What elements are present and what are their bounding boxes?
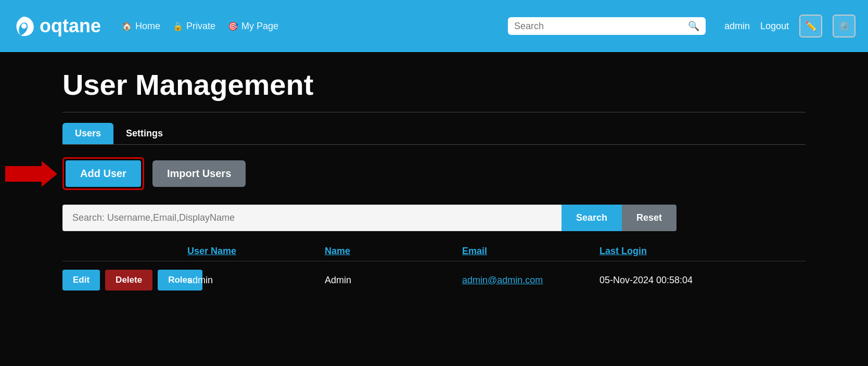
lock-icon: 🔒 [173,21,183,31]
add-user-button[interactable]: Add User [66,160,141,187]
row-actions: Edit Delete Roles [62,270,187,291]
th-email[interactable]: Email [462,246,599,257]
svg-point-0 [21,23,27,29]
tabs-container: Users Settings [62,123,806,145]
add-user-button-wrapper: Add User [62,157,144,190]
brand-link[interactable]: oqtane [12,15,101,37]
tab-settings[interactable]: Settings [113,123,175,144]
svg-marker-1 [5,161,57,187]
search-bar-button[interactable]: Search [561,205,622,231]
edit-page-button[interactable]: ✏️ [799,15,822,37]
page-title: User Management [62,68,806,102]
td-last-login: 05-Nov-2024 00:58:04 [599,275,806,286]
th-name[interactable]: Name [325,246,462,257]
edit-button[interactable]: Edit [62,270,100,291]
divider [62,112,806,112]
navbar-search-container: 🔍 [508,17,706,35]
navbar-right: admin Logout ✏️ ⚙️ [724,15,856,37]
main-content: User Management Users Settings Add User … [0,52,868,366]
target-icon: 🎯 [228,21,238,31]
th-username[interactable]: User Name [187,246,325,257]
navbar-search-input[interactable] [514,21,684,32]
nav-home-label: Home [135,21,160,32]
table-header-row: User Name Name Email Last Login [62,246,806,261]
brand-name: oqtane [40,15,101,37]
pencil-icon: ✏️ [805,20,816,32]
nav-private[interactable]: 🔒 Private [173,21,215,32]
import-users-button[interactable]: Import Users [152,160,246,187]
user-search-input[interactable] [62,205,561,231]
home-icon: 🏠 [122,21,132,31]
tab-users[interactable]: Users [62,123,113,144]
table-row: Edit Delete Roles admin Admin admin@admi… [62,270,806,291]
navbar: oqtane 🏠 Home 🔒 Private 🎯 My Page 🔍 admi… [0,0,868,52]
delete-button[interactable]: Delete [105,270,152,291]
th-last-login[interactable]: Last Login [599,246,806,257]
nav-mypage-label: My Page [241,21,278,32]
admin-username: admin [724,21,750,32]
gear-icon: ⚙️ [838,20,850,32]
td-username: admin [187,275,325,286]
brand-logo-icon [12,15,35,37]
nav-private-label: Private [186,21,215,32]
reset-bar-button[interactable]: Reset [622,205,676,231]
nav-home[interactable]: 🏠 Home [122,21,160,32]
search-bar-row: Search Reset [62,205,676,231]
navbar-search-icon: 🔍 [688,20,699,32]
action-row: Add User Import Users [62,157,806,190]
td-email[interactable]: admin@admin.com [462,275,599,286]
arrow-icon [5,161,57,187]
settings-button[interactable]: ⚙️ [833,15,856,37]
td-name: Admin [325,275,462,286]
logout-button[interactable]: Logout [760,21,789,32]
nav-mypage[interactable]: 🎯 My Page [228,21,278,32]
main-nav: 🏠 Home 🔒 Private 🎯 My Page [122,21,497,32]
arrow-annotation [5,161,57,187]
